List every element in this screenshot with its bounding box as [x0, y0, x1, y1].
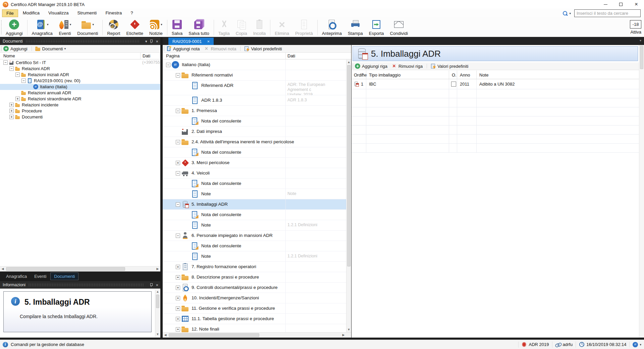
expander-minus[interactable]: − — [9, 66, 14, 71]
scroll-down-icon[interactable]: ▼ — [155, 332, 160, 337]
menu-item[interactable]: ? — [126, 9, 137, 17]
page-item-nota-del-consulente[interactable]: Nota del consulente — [163, 179, 346, 189]
column-ordine[interactable]: Ordine — [354, 72, 367, 78]
scroll-left-icon[interactable]: ◀ — [163, 333, 168, 338]
scroll-right-icon[interactable]: ▶ — [155, 266, 160, 271]
default-values-button[interactable]: Valori predefiniti — [430, 63, 468, 69]
table-row-empty[interactable] — [352, 98, 639, 107]
page-item-nota-del-consulente[interactable]: Nota del consulente — [163, 241, 346, 251]
search-dropdown-caret[interactable]: ▾ — [569, 12, 571, 15]
expander-plus[interactable]: + — [176, 265, 180, 269]
page-item-9-controlli-documentali-prassi-e-procedure[interactable]: +9. Controlli documentali/prassi e proce… — [163, 283, 346, 293]
expander-plus[interactable]: + — [176, 306, 180, 311]
expander-plus[interactable]: + — [9, 109, 14, 113]
default-values-button[interactable]: Valori predefiniti — [244, 46, 282, 51]
expander-minus[interactable]: − — [176, 109, 180, 113]
page-item-4-veicoli[interactable]: −4. Veicoli — [163, 168, 346, 179]
tree-item-rai-2019-0001-rev-00[interactable]: −RAI/2019-0001 (rev. 00) — [0, 78, 160, 84]
toolbar-copia[interactable]: Copia — [233, 18, 250, 37]
table-row-empty[interactable] — [352, 135, 639, 144]
page-item-5-imballaggi-adr[interactable]: −5. Imballaggi ADR — [163, 199, 346, 210]
page-item-12-note-finali[interactable]: +12. Note finali — [163, 324, 346, 332]
tree-item-procedure[interactable]: +Procedure — [0, 108, 160, 114]
status-adrfu[interactable]: adrfu — [552, 342, 576, 348]
tree-item-documenti[interactable]: +Documenti — [0, 114, 160, 120]
table-row[interactable]: 1IBC2011Adibito a UN 3082 — [352, 79, 639, 89]
page-item-riferimenti-adr[interactable]: Riferimenti ADRADR: The European Agreeme… — [163, 81, 346, 95]
page-item-nota-del-consulente[interactable]: Nota del consulente — [163, 116, 346, 127]
expander-plus[interactable]: + — [176, 317, 180, 321]
info-vscrollbar[interactable]: ▲ ▼ — [155, 289, 160, 337]
page-item-note[interactable]: NoteNote — [163, 189, 346, 199]
toolbar-taglia[interactable]: Taglia — [215, 18, 233, 37]
toolbar-propriet[interactable]: Proprietà — [292, 18, 316, 37]
tree-item-relazioni-adr[interactable]: −Relazioni ADR — [0, 66, 160, 72]
page-item-nota-del-consulente[interactable]: Nota del consulente — [163, 210, 346, 220]
page-item-7-registro-formazione-operatori[interactable]: +7. Registro formazione operatori — [163, 262, 346, 272]
remove-note-button[interactable]: Rimuovi nota — [204, 46, 236, 51]
expander-plus[interactable]: + — [176, 286, 180, 290]
documents-scope-button[interactable]: Documenti ▾ — [35, 46, 66, 51]
expander-plus[interactable]: + — [9, 103, 14, 107]
toolbar-elimina[interactable]: Elimina — [272, 18, 292, 37]
scroll-up-icon[interactable]: ▲ — [346, 60, 351, 65]
tree-item-certifico-srl-it[interactable]: −Certifico Srl - IT(+3907559 — [0, 60, 160, 66]
page-item-6-personale-impiegato-in-mansioni-adr[interactable]: −6. Personale impiegato in mansioni ADR — [163, 231, 346, 241]
tree-item-relazioni-straordinarie-adr[interactable]: +Relazioni straordinarie ADR — [0, 96, 160, 102]
toolbar-documenti[interactable]: ▾Documenti — [74, 18, 101, 37]
tree-item-relazioni-incidente[interactable]: +Relazioni incidente — [0, 102, 160, 108]
expander-minus[interactable]: − — [3, 60, 8, 65]
documents-hscrollbar[interactable]: ◀ ▶ — [0, 266, 160, 271]
page-item-italiano-italia[interactable]: −Italiano (Italia) — [163, 60, 346, 70]
toolbar-incolla[interactable]: Incolla — [250, 18, 269, 37]
expander-minus[interactable]: − — [166, 63, 170, 67]
close-button[interactable]: × — [629, 0, 644, 9]
page-item-11-gestione-e-verifica-prassi-e-procedure[interactable]: +11. Gestione e verifica prassi e proced… — [163, 303, 346, 314]
page-item-10-incidenti-emergenze-sanzioni[interactable]: +10. Incidenti/Emergenze/Sanzioni — [163, 293, 346, 303]
toolbar-stampa[interactable]: Stampa — [345, 18, 366, 37]
close-panel-icon[interactable]: × — [156, 39, 158, 44]
toolbar-anteprima[interactable]: Anteprima — [319, 18, 345, 37]
panel-menu-caret[interactable]: ▾ — [145, 39, 147, 44]
column-tipo-imballaggio[interactable]: Tipo imballaggio — [369, 72, 400, 78]
tree-item-italiano-italia[interactable]: Italiano (Italia) — [0, 84, 160, 90]
expander-plus[interactable]: + — [176, 161, 180, 165]
menu-strumenti[interactable]: Strumenti — [73, 9, 101, 17]
column-o[interactable]: O. — [452, 72, 457, 78]
page-item-note[interactable]: Note1.2.1 Definizioni — [163, 220, 346, 231]
search-input[interactable] — [574, 9, 641, 17]
page-item-11-1-tabella-gestione-prassi-e-procedure[interactable]: +11.1. Tabella gestione prassi e procedu… — [163, 314, 346, 324]
scroll-left-icon[interactable]: ◀ — [0, 266, 5, 271]
pages-hscrollbar[interactable]: ◀ ▶ — [163, 332, 351, 338]
toolbar-notizie[interactable]: ▾Notizie — [146, 18, 166, 37]
toolbar-salva[interactable]: Salva — [169, 18, 186, 37]
expander-plus[interactable]: + — [15, 97, 20, 101]
menu-visualizza[interactable]: Visualizza — [44, 9, 73, 17]
page-item-2-dati-impresa[interactable]: 2. Dati impresa — [163, 127, 346, 137]
pages-vscrollbar[interactable]: ▲ ▼ — [346, 60, 351, 332]
column-dati[interactable]: Dati — [287, 53, 295, 58]
toolbar-esporta[interactable]: Esporta — [366, 18, 387, 37]
add-document-button[interactable]: Aggiungi — [3, 46, 28, 51]
scroll-up-icon[interactable]: ▲ — [155, 289, 160, 294]
tab-close-icon[interactable]: × — [207, 39, 210, 44]
page-item-riferimenti-normativi[interactable]: −Riferimenti normativi — [163, 70, 346, 81]
tab-eventi[interactable]: Eventi — [31, 273, 50, 280]
page-item-adr-1-8-3[interactable]: ADR 1.8.3ADR 1.8.3 — [163, 95, 346, 106]
column-dati[interactable]: Dati — [143, 53, 150, 58]
status-adr-2019[interactable]: ADR 2019 — [518, 342, 552, 348]
column-pagina[interactable]: Pagina — [166, 53, 179, 58]
pin-icon[interactable] — [150, 39, 153, 44]
expander-plus[interactable]: + — [176, 296, 180, 300]
page-item-3-merci-pericolose[interactable]: +3. Merci pericolose — [163, 158, 346, 168]
detail-vscrollbar[interactable] — [639, 45, 644, 338]
table-row-empty[interactable] — [352, 107, 639, 116]
toolbar-salva-tutto[interactable]: Salva tutto — [185, 18, 212, 37]
table-row-empty[interactable] — [352, 116, 639, 126]
dropdown-caret[interactable]: ▾ — [47, 23, 49, 26]
tree-item-relazioni-annuali-adr[interactable]: Relazioni annuali ADR — [0, 90, 160, 96]
expander-minus[interactable]: − — [176, 234, 180, 238]
page-item-2-4-attivit-dell-impresa-inerenti-le-merci-pericolose[interactable]: −2.4. Attività dell'impresa inerenti le … — [163, 137, 346, 147]
remove-row-button[interactable]: Rimuovi riga — [391, 63, 423, 69]
expander-plus[interactable]: + — [176, 275, 180, 280]
